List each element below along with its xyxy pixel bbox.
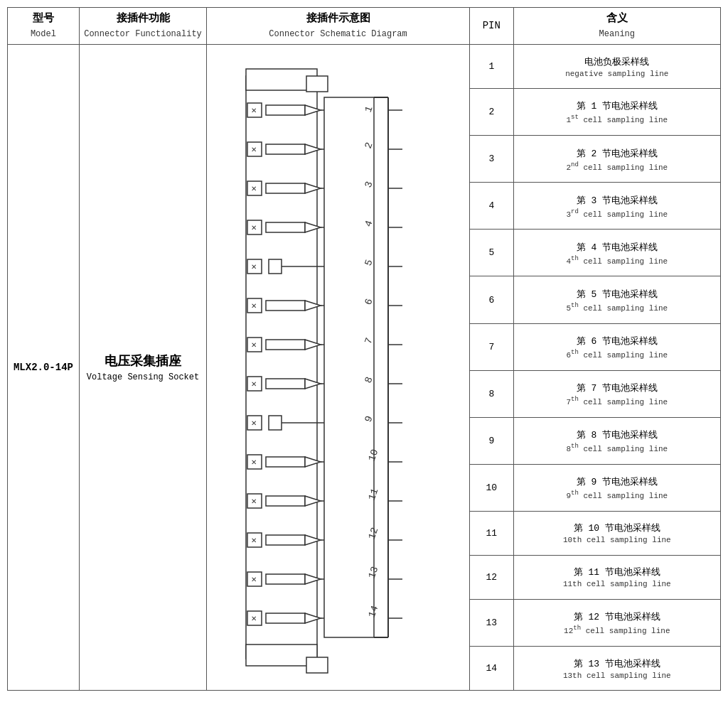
svg-text:✕: ✕ bbox=[251, 536, 257, 544]
svg-rect-37 bbox=[266, 340, 305, 350]
model-name: MLX2.0-14P bbox=[14, 362, 73, 373]
svg-text:✕: ✕ bbox=[251, 576, 257, 583]
col2-chinese: 接插件功能 bbox=[84, 11, 202, 28]
pin-7: 7 bbox=[469, 323, 513, 370]
meaning-8: 第 7 节电池采样线 7th cell sampling line bbox=[513, 370, 720, 417]
svg-rect-56 bbox=[266, 496, 305, 506]
svg-text:✕: ✕ bbox=[251, 263, 257, 271]
connector-table: 型号 Model 接插件功能 Connector Functionality 接… bbox=[7, 7, 721, 691]
col3-header: 接插件示意图 Connector Schematic Diagram bbox=[207, 8, 470, 45]
meaning-14: 第 13 节电池采样线 13th cell sampling line bbox=[513, 646, 720, 690]
meaning-10: 第 9 节电池采样线 9th cell sampling line bbox=[513, 464, 720, 511]
pin-4: 4 bbox=[469, 183, 513, 230]
svg-rect-47 bbox=[269, 416, 282, 430]
col2-english: Connector Functionality bbox=[84, 28, 202, 41]
col2-header: 接插件功能 Connector Functionality bbox=[79, 8, 206, 45]
pin-9: 9 bbox=[469, 417, 513, 464]
pin-5: 5 bbox=[469, 230, 513, 276]
svg-text:✕: ✕ bbox=[251, 302, 257, 310]
pin-14: 14 bbox=[469, 646, 513, 690]
svg-text:✕: ✕ bbox=[251, 341, 257, 349]
schematic-cell: .line { stroke: #333; stroke-width: 1.5;… bbox=[207, 45, 470, 691]
svg-rect-71 bbox=[266, 613, 305, 623]
col3-chinese: 接插件示意图 bbox=[211, 11, 465, 28]
col5-header: 含义 Meaning bbox=[513, 8, 720, 45]
col4-header: PIN bbox=[469, 8, 513, 45]
meaning-4: 第 3 节电池采样线 3rd cell sampling line bbox=[513, 183, 720, 230]
functionality-cell: 电压采集插座 Voltage Sensing Socket bbox=[79, 45, 206, 691]
meaning-12: 第 11 节电池采样线 11th cell sampling line bbox=[513, 555, 720, 599]
connector-svg: .line { stroke: #333; stroke-width: 1.5;… bbox=[232, 55, 445, 680]
meaning-2: 第 1 节电池采样线 1st cell sampling line bbox=[513, 89, 720, 136]
meaning-3: 第 2 节电池采样线 2nd cell sampling line bbox=[513, 136, 720, 183]
meaning-6: 第 5 节电池采样线 5th cell sampling line bbox=[513, 276, 720, 323]
meaning-13: 第 12 节电池采样线 12th cell sampling line bbox=[513, 599, 720, 646]
pin-8: 8 bbox=[469, 370, 513, 417]
svg-rect-13 bbox=[266, 144, 305, 154]
svg-rect-32 bbox=[266, 301, 305, 311]
meaning-11: 第 10 节电池采样线 10th cell sampling line bbox=[513, 511, 720, 555]
meaning-7: 第 6 节电池采样线 6th cell sampling line bbox=[513, 323, 720, 370]
col1-chinese: 型号 bbox=[12, 11, 75, 28]
svg-rect-8 bbox=[266, 105, 305, 115]
col5-english: Meaning bbox=[518, 28, 716, 41]
col1-header: 型号 Model bbox=[8, 8, 80, 45]
svg-rect-66 bbox=[266, 574, 305, 584]
col3-english: Connector Schematic Diagram bbox=[211, 28, 465, 41]
svg-rect-23 bbox=[266, 222, 305, 232]
svg-rect-4 bbox=[306, 76, 328, 92]
meaning-1: 电池负极采样线 negative sampling line bbox=[513, 45, 720, 89]
svg-rect-61 bbox=[266, 535, 305, 545]
svg-text:✕: ✕ bbox=[251, 146, 257, 153]
pin-2: 2 bbox=[469, 89, 513, 136]
svg-text:✕: ✕ bbox=[251, 107, 257, 114]
svg-text:✕: ✕ bbox=[251, 497, 257, 505]
svg-text:✕: ✕ bbox=[251, 615, 257, 622]
model-cell: MLX2.0-14P bbox=[8, 45, 80, 691]
svg-text:✕: ✕ bbox=[251, 458, 257, 466]
svg-text:✕: ✕ bbox=[251, 419, 257, 427]
col1-english: Model bbox=[12, 28, 75, 41]
svg-text:✕: ✕ bbox=[251, 185, 257, 193]
pin-label: PIN bbox=[483, 20, 500, 31]
pin-12: 12 bbox=[469, 555, 513, 599]
svg-rect-5 bbox=[306, 657, 328, 673]
meaning-9: 第 8 节电池采样线 8th cell sampling line bbox=[513, 417, 720, 464]
pin-3: 3 bbox=[469, 136, 513, 183]
meaning-5: 第 4 节电池采样线 4th cell sampling line bbox=[513, 230, 720, 276]
col5-chinese: 含义 bbox=[518, 11, 716, 28]
pin-1: 1 bbox=[469, 45, 513, 89]
svg-rect-42 bbox=[266, 379, 305, 389]
svg-rect-28 bbox=[269, 259, 282, 274]
pin-13: 13 bbox=[469, 599, 513, 646]
schematic-diagram: .line { stroke: #333; stroke-width: 1.5;… bbox=[211, 48, 465, 687]
pin-10: 10 bbox=[469, 464, 513, 511]
func-english: Voltage Sensing Socket bbox=[84, 372, 202, 382]
svg-rect-0 bbox=[246, 76, 317, 659]
svg-rect-51 bbox=[266, 457, 305, 467]
svg-text:✕: ✕ bbox=[251, 380, 257, 388]
svg-rect-18 bbox=[266, 183, 305, 193]
svg-rect-3 bbox=[324, 97, 374, 637]
func-chinese: 电压采集插座 bbox=[84, 352, 202, 370]
svg-text:✕: ✕ bbox=[251, 224, 257, 232]
main-data-row: MLX2.0-14P 电压采集插座 Voltage Sensing Socket… bbox=[8, 45, 721, 89]
pin-11: 11 bbox=[469, 511, 513, 555]
pin-6: 6 bbox=[469, 276, 513, 323]
